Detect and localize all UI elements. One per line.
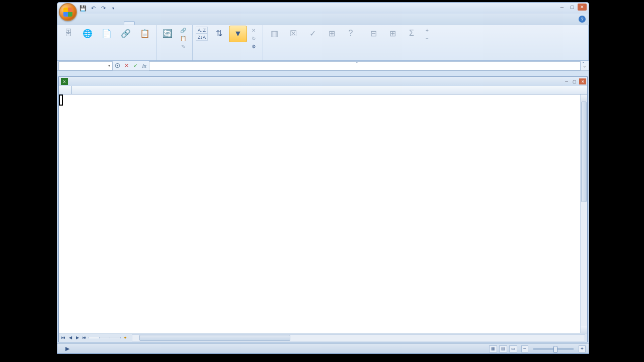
ribbon-tabs: ? — [57, 14, 589, 25]
ungroup-button[interactable]: ⊞ — [383, 26, 401, 41]
fb-dropdown[interactable]: ⦿ — [113, 63, 122, 69]
new-sheet-button[interactable]: ✦ — [121, 335, 130, 340]
tab-page-layout[interactable] — [102, 22, 112, 25]
show-detail-item[interactable]: + — [423, 27, 433, 34]
from-other-button[interactable]: 🔗 — [117, 26, 135, 41]
from-access-button[interactable]: 🗄 — [59, 26, 77, 41]
macro-icon[interactable]: ▶ — [65, 345, 69, 352]
group-button[interactable]: ⊟ — [364, 26, 382, 41]
workbook-titlebar: X ─ ▢ ✕ — [59, 77, 587, 86]
group-connections: 🔄 🔗 📋 ✎ — [156, 25, 193, 60]
page-layout-button[interactable]: ▤ — [499, 345, 507, 352]
grid-rows[interactable] — [59, 95, 580, 333]
sheet-tab-1[interactable] — [89, 337, 100, 338]
sheet-tab-3[interactable] — [110, 337, 121, 338]
refresh-all-button[interactable]: 🔄 — [158, 26, 177, 41]
whatif-icon: ? — [344, 27, 357, 40]
filter-icon: ▼ — [231, 27, 245, 40]
fx-button[interactable]: fx — [140, 63, 149, 69]
other-sources-icon: 🔗 — [119, 27, 132, 40]
save-icon[interactable]: 💾 — [79, 5, 87, 12]
edit-icon: ✎ — [180, 43, 187, 50]
properties-item[interactable]: 📋 — [179, 35, 189, 42]
tab-data[interactable] — [124, 21, 135, 25]
help-icon[interactable]: ? — [579, 16, 586, 23]
horizontal-scrollbar[interactable] — [132, 334, 585, 341]
tab-formulas[interactable] — [113, 22, 123, 25]
tab-developer[interactable] — [158, 22, 168, 25]
subtotal-button[interactable]: Σ — [403, 26, 421, 41]
tab-insert[interactable] — [91, 22, 101, 25]
refresh-icon: 🔄 — [161, 27, 174, 40]
window-controls: ─ ▢ ✕ — [557, 4, 587, 11]
minimize-button[interactable]: ─ — [557, 4, 567, 11]
sheet-tab-2[interactable] — [99, 337, 110, 338]
link-icon: 🔗 — [180, 27, 187, 34]
columns-icon: ▥ — [268, 27, 281, 40]
text-to-columns-button[interactable]: ▥ — [265, 26, 283, 41]
close-button[interactable]: ✕ — [578, 4, 587, 11]
from-text-button[interactable]: 📄 — [98, 26, 116, 41]
quick-access-toolbar: 💾 ↶ ↷ ▾ — [79, 5, 117, 12]
group-sort-filter: A↓Z Z↓A ⇅ ▼ ✕ ↻ ⚙ — [193, 25, 263, 60]
group-data-tools: ▥ ☒ ✓ ⊞ ? — [263, 25, 362, 60]
workbook-window: X ─ ▢ ✕ ⏮ ◀ ▶ ⏭ — [58, 76, 588, 342]
expand-formula-icon[interactable]: ⌄ — [581, 63, 589, 68]
enter-button[interactable]: ✓ — [131, 62, 140, 69]
clear-item[interactable]: ✕ — [249, 27, 260, 34]
remove-dup-button[interactable]: ☒ — [284, 26, 302, 41]
formula-input[interactable] — [149, 61, 581, 70]
edit-links-item[interactable]: ✎ — [179, 43, 189, 50]
hide-detail-item[interactable]: − — [423, 35, 433, 42]
group-label — [195, 59, 261, 60]
zoom-slider[interactable] — [533, 348, 574, 350]
scroll-thumb[interactable] — [581, 102, 587, 202]
sort-button[interactable]: ⇅ — [210, 26, 228, 41]
redo-icon[interactable]: ↷ — [100, 5, 107, 12]
wb-minimize[interactable]: ─ — [563, 78, 570, 84]
sort-desc-button[interactable]: Z↓A — [196, 34, 208, 41]
group-label — [265, 59, 360, 60]
group-outline: ⊟ ⊞ Σ + − — [362, 25, 589, 60]
office-button[interactable] — [59, 3, 77, 21]
prev-sheet-button[interactable]: ◀ — [67, 334, 74, 341]
access-icon: 🗄 — [62, 27, 75, 40]
select-all-corner[interactable] — [59, 86, 72, 94]
next-sheet-button[interactable]: ▶ — [74, 334, 81, 341]
scroll-thumb[interactable] — [139, 335, 290, 341]
wb-maximize[interactable]: ▢ — [571, 78, 578, 84]
text-icon: 📄 — [100, 27, 113, 40]
zoom-in-button[interactable]: + — [579, 345, 586, 352]
duplicates-icon: ☒ — [287, 27, 300, 40]
validation-button[interactable]: ✓ — [303, 26, 321, 41]
tab-home[interactable] — [79, 22, 90, 25]
filter-button[interactable]: ▼ — [229, 26, 247, 42]
advanced-item[interactable]: ⚙ — [249, 43, 260, 50]
maximize-button[interactable]: ▢ — [568, 4, 577, 11]
tab-review[interactable] — [136, 22, 146, 25]
connections-item[interactable]: 🔗 — [179, 27, 189, 34]
zoom-out-button[interactable]: − — [521, 345, 528, 352]
normal-view-button[interactable]: ▦ — [489, 345, 497, 352]
existing-conn-button[interactable]: 📋 — [136, 26, 154, 41]
reapply-item[interactable]: ↻ — [249, 35, 260, 42]
tab-view[interactable] — [147, 22, 157, 25]
undo-icon[interactable]: ↶ — [90, 5, 97, 12]
last-sheet-button[interactable]: ⏭ — [81, 334, 88, 341]
web-icon: 🌐 — [81, 27, 94, 40]
first-sheet-button[interactable]: ⏮ — [60, 334, 67, 341]
wb-close[interactable]: ✕ — [579, 78, 586, 84]
qat-more-icon[interactable]: ▾ — [110, 5, 117, 12]
excel-window: 💾 ↶ ↷ ▾ ─ ▢ ✕ ? 🗄 🌐 📄 🔗 — [57, 2, 589, 354]
from-web-button[interactable]: 🌐 — [78, 26, 97, 41]
cancel-button[interactable]: ✕ — [122, 62, 131, 69]
page-break-button[interactable]: ▭ — [509, 345, 517, 352]
excel-icon: X — [61, 78, 68, 85]
sort-icon: ⇅ — [212, 27, 225, 40]
sort-asc-button[interactable]: A↓Z — [196, 27, 208, 34]
whatif-button[interactable]: ? — [342, 26, 360, 41]
vertical-scrollbar[interactable] — [580, 95, 587, 333]
consolidate-button[interactable]: ⊞ — [323, 26, 341, 41]
clear-icon: ✕ — [250, 27, 257, 34]
name-box[interactable] — [58, 61, 113, 70]
